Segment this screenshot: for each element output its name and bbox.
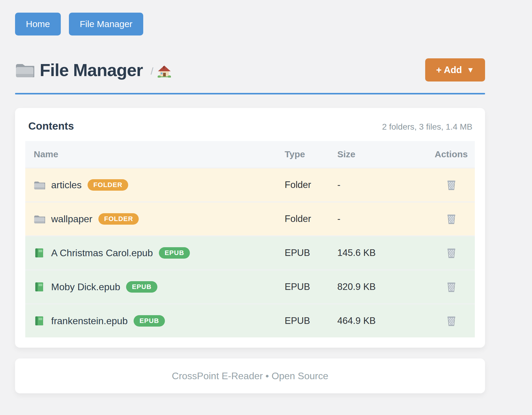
file-type: Folder <box>285 180 337 190</box>
book-icon <box>34 248 45 258</box>
table-row[interactable]: frankenstein.epub EPUB EPUB 464.9 KB <box>25 303 475 337</box>
home-icon[interactable] <box>158 65 171 78</box>
page: Home File Manager File Manager / + Add ▼… <box>15 0 485 393</box>
breadcrumb-separator: / <box>151 66 153 77</box>
footer-text: CrossPoint E-Reader • Open Source <box>172 370 328 382</box>
trash-icon <box>446 247 457 259</box>
title-wrap: File Manager / <box>15 60 171 80</box>
folder-icon <box>15 62 34 78</box>
delete-button[interactable] <box>445 246 458 260</box>
column-header-actions: Actions <box>428 149 475 159</box>
top-nav: Home File Manager <box>15 13 485 35</box>
column-header-name: Name <box>25 149 285 159</box>
trash-icon <box>446 179 457 191</box>
file-size: - <box>337 214 428 224</box>
folder-badge: FOLDER <box>98 213 139 225</box>
folder-badge: FOLDER <box>88 179 128 191</box>
page-header: File Manager / + Add ▼ <box>15 58 485 81</box>
contents-summary: 2 folders, 3 files, 1.4 MB <box>382 122 472 132</box>
folder-icon <box>34 214 45 224</box>
file-type: EPUB <box>285 315 337 326</box>
folder-icon <box>34 180 45 190</box>
epub-badge: EPUB <box>159 247 190 259</box>
epub-badge: EPUB <box>134 315 165 327</box>
contents-card: Contents 2 folders, 3 files, 1.4 MB Name… <box>15 108 485 348</box>
book-icon <box>34 282 45 292</box>
column-header-type: Type <box>285 149 337 159</box>
file-size: 820.9 KB <box>337 281 428 292</box>
add-button[interactable]: + Add ▼ <box>425 58 485 81</box>
header-divider <box>15 93 485 94</box>
delete-button[interactable] <box>445 212 458 226</box>
contents-title: Contents <box>28 120 74 132</box>
file-size: 145.6 KB <box>337 247 428 258</box>
table-row[interactable]: A Christmas Carol.epub EPUB EPUB 145.6 K… <box>25 235 475 269</box>
file-name[interactable]: wallpaper <box>51 214 92 225</box>
table-row[interactable]: wallpaper FOLDER Folder - <box>25 201 475 235</box>
file-type: EPUB <box>285 247 337 258</box>
file-size: - <box>337 180 428 190</box>
delete-button[interactable] <box>445 178 458 192</box>
file-type: EPUB <box>285 281 337 292</box>
file-size: 464.9 KB <box>337 315 428 326</box>
delete-button[interactable] <box>445 280 458 294</box>
add-button-label: + Add <box>436 65 462 75</box>
chevron-down-icon: ▼ <box>467 66 474 74</box>
table-row[interactable]: Moby Dick.epub EPUB EPUB 820.9 KB <box>25 269 475 303</box>
delete-button[interactable] <box>445 314 458 328</box>
file-name[interactable]: frankenstein.epub <box>51 315 128 327</box>
column-header-size: Size <box>337 149 428 159</box>
book-icon <box>34 316 45 326</box>
page-title: File Manager <box>40 60 143 80</box>
file-manager-button[interactable]: File Manager <box>69 13 143 35</box>
trash-icon <box>446 315 457 327</box>
file-name[interactable]: Moby Dick.epub <box>51 281 120 293</box>
trash-icon <box>446 281 457 293</box>
file-type: Folder <box>285 214 337 224</box>
epub-badge: EPUB <box>126 281 157 293</box>
table-row[interactable]: articles FOLDER Folder - <box>25 168 475 201</box>
table-header-row: Name Type Size Actions <box>25 141 475 168</box>
footer-card: CrossPoint E-Reader • Open Source <box>15 358 485 393</box>
contents-card-head: Contents 2 folders, 3 files, 1.4 MB <box>25 118 475 132</box>
home-button[interactable]: Home <box>15 13 61 35</box>
file-name[interactable]: articles <box>51 180 82 191</box>
file-table: Name Type Size Actions articles FOLDER F… <box>25 141 475 337</box>
file-name[interactable]: A Christmas Carol.epub <box>51 247 153 259</box>
trash-icon <box>446 213 457 225</box>
